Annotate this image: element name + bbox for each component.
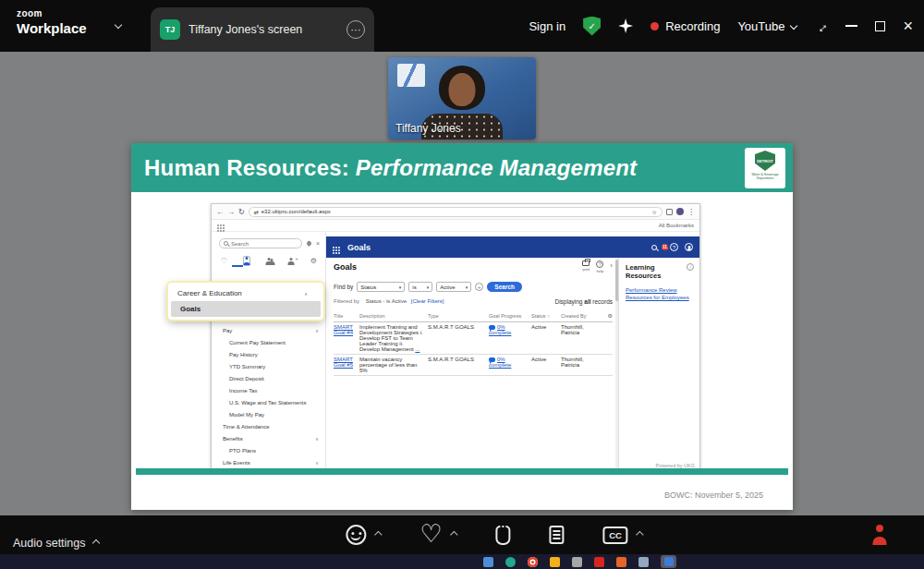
angle-right-icon: › <box>610 262 613 270</box>
taskbar-app-icon-4[interactable] <box>550 557 560 567</box>
taskbar-app-icon-8[interactable] <box>638 557 649 567</box>
nav-item: PTO Plans <box>212 444 325 456</box>
screen-share-tab[interactable]: TJ Tiffany Jones's screen ⋯ <box>151 7 374 52</box>
workplace-logo-text: Workplace <box>17 21 87 35</box>
browser-reload-icon: ↻ <box>238 208 245 216</box>
reactions-smiley-button[interactable] <box>346 525 366 545</box>
transcript-summary-button[interactable] <box>550 526 565 544</box>
captions-group: CC <box>603 527 643 544</box>
raise-hand-button[interactable] <box>496 526 511 545</box>
chevron-up-icon: ∧ <box>315 436 319 442</box>
taskbar-app-icon-5[interactable] <box>572 557 582 567</box>
goal-title-link: SMART Goal #5 <box>334 357 359 373</box>
heart-reaction-button[interactable]: ♡ <box>419 525 442 545</box>
participant-name-label: Tiffany Jones <box>395 122 461 135</box>
ultipro-nav-panel: × ♡ + ⚙ Pay∧ Current Pay Statement Pay H… <box>212 232 326 470</box>
zoom-workplace-window: zoom Workplace TJ Tiffany Jones's screen… <box>0 0 924 569</box>
caret-down-icon: ▾ <box>399 284 402 290</box>
goals-page-body: Goals print ?help › Find by Status▾ is▾ … <box>326 258 618 470</box>
recording-dot-icon <box>650 22 659 30</box>
heart-chevron-up-icon[interactable] <box>450 531 457 539</box>
goal-type: S.M.A.R.T GOALS <box>428 324 489 352</box>
sign-in-button[interactable]: Sign in <box>529 19 565 33</box>
youtube-live-dropdown[interactable]: YouTube <box>737 19 796 33</box>
zoom-workplace-logo: zoom Workplace <box>17 9 87 35</box>
goal-status: Active <box>531 324 561 352</box>
browser-url: e32.ultipro.com/default.aspx <box>261 209 650 214</box>
workspace-chevron-down-icon[interactable] <box>115 21 122 29</box>
reaction-controls: ♡ CC <box>346 525 642 545</box>
status-header: Status ↑ <box>531 313 561 319</box>
browser-toolbar: ← → ↻ ⇄ e32.ultipro.com/default.aspx ☆ ⋮ <box>212 204 699 220</box>
goals-filter-row: Find by Status▾ is▾ Active▾ + Search <box>334 282 614 292</box>
closed-captions-button[interactable]: CC <box>603 527 628 544</box>
browser-extension-icon <box>666 209 673 215</box>
page-scrollbar <box>615 258 618 470</box>
notification-count-badge: 11 <box>662 244 668 250</box>
security-shield-icon[interactable]: ✓ <box>583 17 601 36</box>
site-info-icon: ⇄ <box>254 209 259 215</box>
nav-item: Direct Deposit <box>212 372 325 384</box>
help-circle-icon: ? <box>596 260 603 268</box>
maximize-button[interactable] <box>875 21 885 31</box>
chevron-down-icon <box>790 22 797 30</box>
caret-down-icon: ▾ <box>427 284 430 290</box>
dwsd-logo-caption: Water & Sewerage Department <box>745 173 785 180</box>
add-filter-icon: + <box>475 283 483 291</box>
dwsd-logo: DETROIT Water & Sewerage Department <box>745 148 785 188</box>
close-button[interactable]: × <box>903 18 913 34</box>
taskbar-app-icon-3[interactable] <box>528 557 538 567</box>
app-launcher-icon <box>333 247 334 248</box>
participant-video-tile[interactable]: Tiffany Jones <box>388 57 536 139</box>
progress-complete-link: complete <box>489 330 511 335</box>
taskbar-app-icon-2[interactable] <box>505 557 516 567</box>
ellipsis-icon: ⋯ <box>351 24 361 36</box>
reactions-group <box>346 525 381 545</box>
minimize-button[interactable] <box>845 25 857 27</box>
slide-footer-date: BOWC: November 5, 2025 <box>664 490 763 500</box>
ultipro-app-header: Goals 11 ? <box>326 236 699 258</box>
participant-alert-icon[interactable] <box>870 525 889 545</box>
goal-description: Implement Training and Development Strat… <box>359 324 428 352</box>
taskbar-active-app[interactable] <box>661 555 676 568</box>
help-icon: ? <box>670 243 678 251</box>
pin-panel-icon <box>306 240 312 247</box>
browser-back-icon: ← <box>216 208 224 216</box>
captions-chevron-up-icon[interactable] <box>636 531 643 539</box>
share-tab-label: Tiffany Jones's screen <box>188 23 338 36</box>
search-icon <box>224 241 228 246</box>
app-header-title: Goals <box>347 243 371 252</box>
audio-settings-button[interactable]: Audio settings <box>13 537 99 550</box>
people-icon <box>265 258 273 265</box>
check-icon: ✓ <box>588 21 595 31</box>
taskbar-app-icon-1[interactable] <box>483 557 493 567</box>
learning-resources-title: Learning Resources <box>626 263 676 281</box>
bookmarks-bar: All Bookmarks <box>212 220 699 232</box>
caret-down-icon: ▾ <box>466 284 468 290</box>
browser-address-bar: ⇄ e32.ultipro.com/default.aspx ☆ <box>249 207 663 217</box>
dwsd-emblem-icon: DETROIT <box>755 151 775 171</box>
print-button: print <box>582 260 590 272</box>
ai-companion-icon[interactable] <box>618 18 633 33</box>
slide-header-band: Human Resources: Performance Management … <box>131 143 793 192</box>
fullscreen-icon[interactable]: ↔ <box>811 16 833 37</box>
reactions-chevron-up-icon[interactable] <box>374 531 382 539</box>
youtube-label: YouTube <box>737 19 784 33</box>
nav-panel-search-row: × <box>219 238 320 248</box>
tab-options-icon[interactable]: ⋯ <box>346 20 365 39</box>
filtered-by-line: Filtered by Status - is Active [Clear Fi… <box>334 298 444 304</box>
windows-taskbar <box>0 554 924 569</box>
nav-item-time-attendance: Time & Attendance <box>212 420 325 432</box>
meeting-control-bar: Audio settings ♡ CC <box>0 515 924 554</box>
browser-screenshot: ← → ↻ ⇄ e32.ultipro.com/default.aspx ☆ ⋮… <box>211 203 700 471</box>
nav-item-benefits: Benefits∧ <box>212 432 325 444</box>
filter-operator-select: is▾ <box>408 282 432 292</box>
taskbar-app-icon-6[interactable] <box>594 557 604 567</box>
participant-silhouette-face <box>449 73 476 106</box>
goal-progress: 0%complete <box>489 324 531 352</box>
nav-item-life-events: Life Events∨ <box>212 456 325 468</box>
goal-row-2: SMART Goal #5 Maintain vacancy percentag… <box>334 355 613 376</box>
recording-indicator[interactable]: Recording <box>650 19 720 33</box>
all-bookmarks-label: All Bookmarks <box>659 223 694 228</box>
taskbar-app-icon-7[interactable] <box>616 557 626 567</box>
